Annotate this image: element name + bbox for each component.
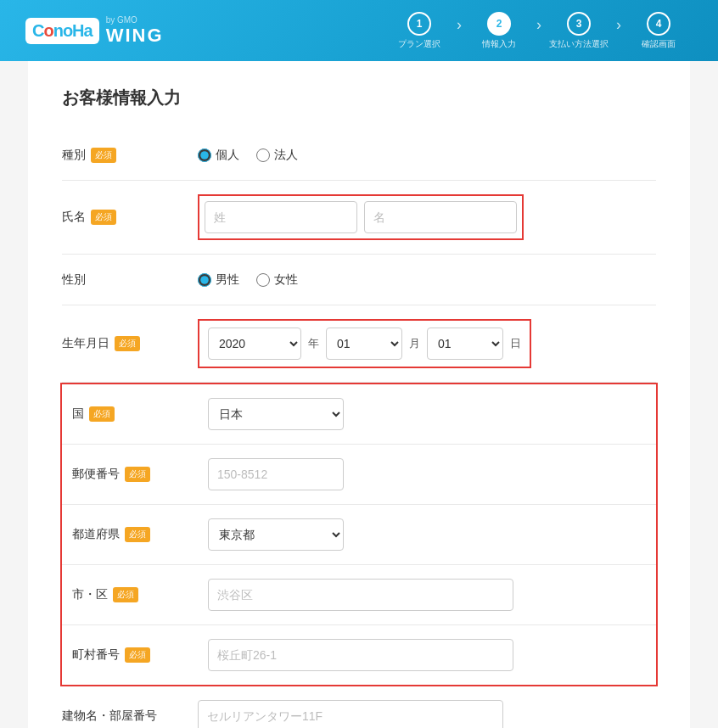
country-select[interactable]: 日本 その他 [208,398,344,430]
country-row: 国 必須 日本 その他 [62,384,656,445]
birthday-control: 2020 2019 2000 1990 1980 年 01 02 03 月 01… [198,319,656,368]
gender-label: 性別 [62,272,198,288]
conoha-logo: ConoHa [25,18,99,44]
birthday-required-badge: 必須 [115,336,140,351]
name-required-badge: 必須 [91,210,116,225]
step-4-label: 確認画面 [642,38,676,50]
gender-male-input[interactable] [198,273,211,287]
postal-required-badge: 必須 [125,467,150,482]
step-3-circle: 3 [567,12,591,36]
step-4[interactable]: 4 確認画面 [625,12,693,50]
step-4-circle: 4 [647,12,670,36]
birthday-inputs-wrapper: 2020 2019 2000 1990 1980 年 01 02 03 月 01… [198,319,531,368]
step-2-label: 情報入力 [482,38,516,50]
type-row: 種別 必須 個人 法人 [62,130,656,181]
building-label: 建物名・部屋番号 [62,708,198,724]
name-label: 氏名 必須 [62,210,198,225]
pref-control: 東京都 大阪府 神奈川県 [208,518,646,551]
type-required-badge: 必須 [91,148,116,163]
birthday-day-select[interactable]: 01 02 03 [427,328,503,360]
step-arrow-3: › [616,16,621,34]
step-1-circle: 1 [407,12,431,36]
gender-control: 男性 女性 [198,272,656,288]
page-title: お客様情報入力 [62,87,656,109]
logo-area: ConoHa by GMO WING [25,15,164,47]
type-radio-corporate[interactable]: 法人 [256,148,298,163]
pref-select[interactable]: 東京都 大阪府 神奈川県 [208,518,344,551]
city-required-badge: 必須 [113,587,138,602]
city-label: 市・区 必須 [72,587,208,602]
step-arrow-2: › [536,16,541,34]
last-name-input[interactable] [205,201,357,233]
address-block: 国 必須 日本 その他 郵便番号 必須 都道府県 [60,383,658,686]
type-label: 種別 必須 [62,148,198,163]
gender-row: 性別 男性 女性 [62,255,656,305]
gender-male[interactable]: 男性 [198,272,239,288]
step-2-circle: 2 [487,12,511,36]
type-radio-corporate-input[interactable] [256,148,270,162]
day-unit: 日 [510,336,521,351]
pref-label: 都道府県 必須 [72,527,208,542]
birthday-label: 生年月日 必須 [62,336,198,351]
wing-logo-area: by GMO WING [106,15,164,47]
step-3[interactable]: 3 支払い方法選択 [545,12,613,50]
step-1-label: プラン選択 [398,38,440,50]
gender-female-input[interactable] [256,273,270,287]
building-input[interactable] [198,700,503,728]
country-required-badge: 必須 [89,406,115,422]
year-unit: 年 [308,336,319,351]
town-control [208,639,646,671]
type-control: 個人 法人 [198,148,656,163]
name-control [198,194,656,240]
wing-text: WING [106,25,164,46]
city-input[interactable] [208,579,513,611]
step-3-label: 支払い方法選択 [549,38,609,50]
gender-female[interactable]: 女性 [256,272,298,288]
building-control [198,700,656,728]
step-1[interactable]: 1 プラン選択 [385,12,453,50]
birthday-year-select[interactable]: 2020 2019 2000 1990 1980 [208,328,301,360]
bygmo-text: by GMO [106,15,164,25]
main-content: お客様情報入力 種別 必須 個人 法人 氏名 必須 [28,61,690,728]
town-input[interactable] [208,639,513,671]
type-radio-individual[interactable]: 個人 [198,148,239,163]
first-name-input[interactable] [364,201,517,233]
steps-nav: 1 プラン選択 › 2 情報入力 › 3 支払い方法選択 › 4 確認画面 [385,12,693,50]
country-label: 国 必須 [72,406,208,422]
step-2[interactable]: 2 情報入力 [465,12,533,50]
postal-label: 郵便番号 必須 [72,467,208,482]
pref-required-badge: 必須 [125,527,150,542]
month-unit: 月 [409,336,420,351]
type-radio-individual-input[interactable] [198,148,211,162]
birthday-row: 生年月日 必須 2020 2019 2000 1990 1980 年 01 02… [62,305,656,383]
town-label: 町村番号 必須 [72,647,208,663]
town-required-badge: 必須 [125,647,150,663]
header: ConoHa by GMO WING 1 プラン選択 › 2 情報入力 › 3 … [0,0,718,61]
name-inputs-wrapper [198,194,524,240]
step-arrow-1: › [457,16,462,34]
pref-row: 都道府県 必須 東京都 大阪府 神奈川県 [62,505,656,565]
postal-row: 郵便番号 必須 [62,445,656,505]
country-control: 日本 その他 [208,398,646,430]
city-row: 市・区 必須 [62,565,656,625]
postal-control [208,458,646,490]
postal-input[interactable] [208,458,344,490]
birthday-month-select[interactable]: 01 02 03 [326,328,402,360]
city-control [208,579,646,611]
building-row: 建物名・部屋番号 [62,686,656,728]
town-row: 町村番号 必須 [62,625,656,685]
name-row: 氏名 必須 [62,181,656,255]
